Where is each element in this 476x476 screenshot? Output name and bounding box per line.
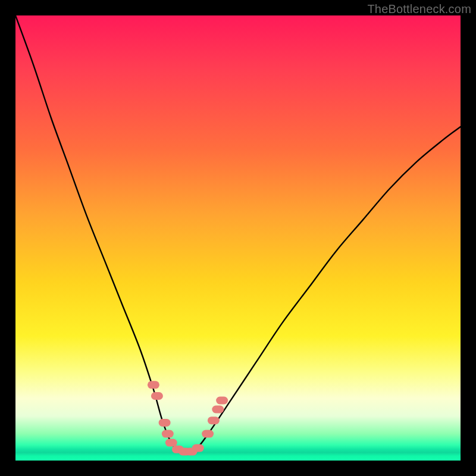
watermark-text: TheBottleneck.com	[367, 2, 471, 16]
marker-dot	[162, 430, 174, 438]
bottleneck-curve	[15, 15, 461, 452]
marker-dot	[151, 392, 163, 400]
marker-dot	[208, 416, 220, 424]
marker-dot	[202, 430, 214, 438]
plot-area	[15, 15, 461, 461]
marker-dot	[212, 406, 224, 414]
marker-dot	[192, 444, 204, 452]
marker-dot	[159, 419, 171, 427]
highlight-markers	[148, 381, 228, 455]
curve-layer	[15, 15, 461, 461]
chart-frame: TheBottleneck.com	[0, 0, 476, 476]
marker-dot	[148, 381, 159, 389]
marker-dot	[165, 439, 177, 447]
marker-dot	[216, 397, 228, 405]
